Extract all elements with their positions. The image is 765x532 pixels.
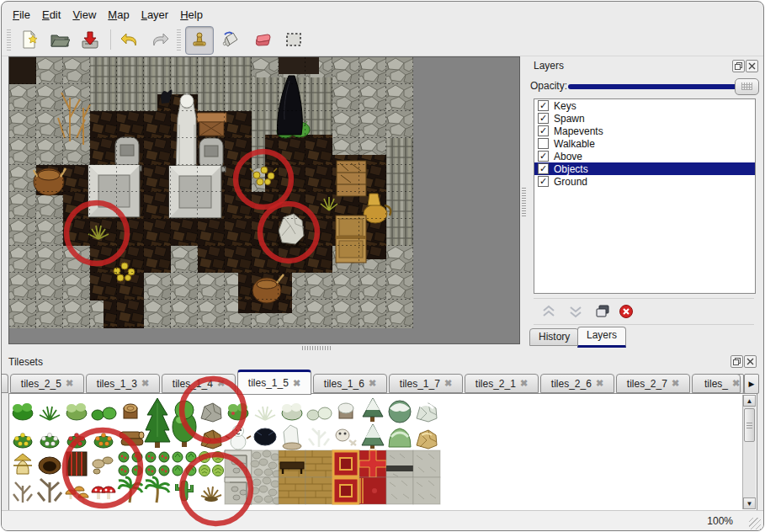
menu-help[interactable]: Help [174,7,209,23]
panel-tab-layers[interactable]: Layers [577,327,626,348]
tile-waterfall-dark[interactable] [66,452,87,476]
toolbar-grip-2[interactable] [177,29,181,51]
resize-grip[interactable] [749,518,761,529]
scrollbar-thumb[interactable] [744,408,755,442]
tile-minis-green[interactable] [173,452,196,476]
tileset-tab-tiles[interactable]: tiles_✖ [692,374,741,393]
tile-stump-w[interactable] [338,403,353,418]
tab-close-icon[interactable]: ✖ [444,378,452,389]
tile-dead-tree2[interactable] [38,479,61,503]
layer-visibility-checkbox[interactable] [538,138,549,149]
scroll-down-button[interactable]: ▼ [743,497,756,509]
tileset-tab-tiles_1_7[interactable]: tiles_1_7✖ [389,374,463,393]
tile-stone-band[interactable] [386,450,413,477]
tile-stone-tile[interactable] [413,450,440,477]
tile-moss-mound[interactable] [389,428,411,447]
tile-pine-snow2[interactable] [362,424,384,449]
tile-carpet-ornate[interactable] [332,477,359,504]
tile-carpet-cross[interactable] [359,450,386,477]
tileset-tab-tiles_2_1[interactable]: tiles_2_1✖ [465,374,539,393]
tile-wood[interactable] [305,477,332,504]
tileset-tiles[interactable] [9,394,454,508]
layer-row-ground[interactable]: ✓Ground [534,175,755,188]
tile-bush-l[interactable] [66,403,87,420]
tile-scarecrow[interactable] [13,454,32,474]
tileset-tab-tiles_1_6[interactable]: tiles_1_6✖ [313,374,387,393]
menu-layer[interactable]: Layer [135,7,175,23]
menu-view[interactable]: View [66,7,102,23]
tab-close-icon[interactable]: ✖ [596,378,603,389]
layer-visibility-checkbox[interactable]: ✓ [538,163,549,174]
tile-wood[interactable] [279,477,305,504]
scroll-up-button[interactable]: ▲ [743,395,756,407]
layer-row-objects[interactable]: ✓Objects [534,162,755,175]
tile-stump[interactable] [124,404,137,418]
move-layer-down-button[interactable] [566,301,586,322]
panel-tab-history[interactable]: History [529,328,579,346]
tile-grass[interactable] [40,407,60,420]
layer-row-walkable[interactable]: Walkable [534,137,755,150]
save-file-button[interactable] [77,26,104,53]
menu-file[interactable]: File [7,7,36,23]
tile-flowers-r[interactable] [67,433,86,448]
tile-tree-snow[interactable] [389,401,411,423]
tab-close-icon[interactable]: ✖ [141,378,149,389]
tile-flowers-w[interactable] [40,433,59,448]
duplicate-layer-button[interactable] [592,301,613,322]
tileset-tab-clipped-left[interactable] [2,374,8,393]
tile-bones[interactable] [336,429,356,445]
menu-edit[interactable]: Edit [36,7,66,23]
tileset-tab-tiles_2_6[interactable]: tiles_2_6✖ [540,374,614,393]
tile-dry-plant[interactable] [201,487,221,502]
close-tilesets-button[interactable] [744,355,757,368]
redo-button[interactable] [146,26,173,53]
map-canvas[interactable] [8,56,520,344]
tile-minis-berry[interactable] [146,452,169,476]
tileset-tab-tiles_2_5[interactable]: tiles_2_5✖ [10,374,84,393]
tile-tree-tall[interactable] [173,401,196,447]
tile-gold-rocks[interactable] [417,430,437,449]
layer-visibility-checkbox[interactable]: ✓ [538,125,549,136]
layer-visibility-checkbox[interactable]: ✓ [538,100,549,111]
tab-close-icon[interactable]: ✖ [732,378,740,389]
tile-grass-w[interactable] [255,407,275,420]
tile-floor-frame[interactable] [225,477,252,504]
rect-select-tool-button[interactable] [280,26,307,53]
tile-carpet-red[interactable] [359,477,386,504]
tile-hole-dark[interactable] [254,428,276,445]
layer-row-keys[interactable]: ✓Keys [534,99,755,112]
tile-bush-pair-w[interactable] [307,407,332,420]
tile-wood-table[interactable] [279,450,305,477]
tile-rock-snow[interactable] [417,403,437,422]
tile-flowers-o[interactable] [94,433,113,448]
float-panel-button[interactable] [732,60,745,72]
vertical-splitter[interactable] [522,188,526,216]
undo-button[interactable] [116,26,143,53]
tileset-tab-tiles_2_7[interactable]: tiles_2_7✖ [616,374,690,393]
layer-row-mapevents[interactable]: ✓Mapevents [534,125,755,137]
tile-icerock[interactable] [283,425,301,450]
tab-close-icon[interactable]: ✖ [672,378,679,389]
tile-bush-w[interactable] [282,403,302,420]
tile-rocks-gray[interactable] [201,403,221,422]
layer-visibility-checkbox[interactable]: ✓ [538,113,549,124]
toolbar-grip[interactable] [7,29,11,51]
tile-rocks-tan[interactable] [93,457,113,474]
tileset-tab-tiles_1_5[interactable]: tiles_1_5✖ [237,370,311,395]
tab-close-icon[interactable]: ✖ [520,378,528,389]
tile-flowers-y[interactable] [13,433,32,448]
close-panel-button[interactable] [746,60,758,72]
tile-stone-tile[interactable] [386,477,413,504]
tileset-tab-tiles_1_4[interactable]: tiles_1_4✖ [162,374,236,393]
tile-snowman[interactable] [226,426,251,450]
layer-row-above[interactable]: ✓Above [534,150,755,162]
tile-burrow[interactable] [39,457,61,474]
layer-visibility-checkbox[interactable]: ✓ [538,151,549,162]
tile-mushrooms-red[interactable] [92,487,115,499]
tile-palm[interactable] [119,477,142,503]
scroll-tabs-right-button[interactable]: ▶ [744,374,759,394]
layer-visibility-checkbox[interactable]: ✓ [538,176,549,187]
tile-cobble[interactable] [251,477,281,504]
tile-carpet-ornate[interactable] [332,450,359,477]
tile-minis-cabbage[interactable] [199,452,224,476]
